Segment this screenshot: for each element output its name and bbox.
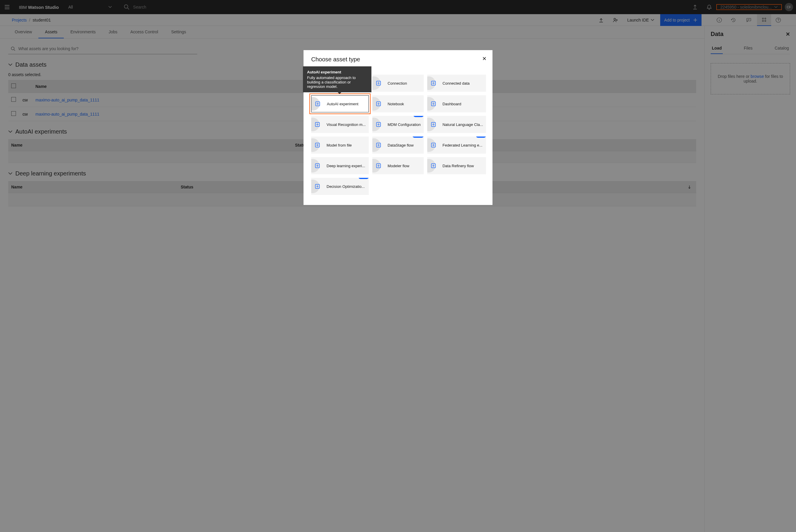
asset-card-dashboard[interactable]: Dashboard [427,95,486,112]
badge-beta: BETA [413,136,424,138]
asset-type-icon [311,116,324,133]
badge-new: NEW [413,116,424,117]
asset-card-label: Visual Recognition m... [327,122,366,127]
asset-type-icon [311,136,324,154]
asset-type-icon [311,95,324,112]
modal-overlay: Choose asset type ✕ Connection Connected… [0,0,796,532]
asset-type-icon [427,75,440,92]
asset-type-icon [427,116,440,133]
asset-card-connected-data[interactable]: Connected data [427,75,486,92]
asset-card-label: Natural Language Cla... [442,122,483,127]
asset-card-label: Connected data [442,81,470,86]
asset-type-icon [427,157,440,174]
asset-type-icon [311,157,324,174]
asset-card-label: DataStage flow [388,143,414,148]
asset-type-grid: Connection Connected data AutoAI experim… [311,75,485,195]
asset-card-modeler-flow[interactable]: Modeler flow [372,157,424,174]
asset-card-label: AutoAI experiment [327,102,358,106]
asset-type-icon [427,95,440,112]
tooltip: AutoAI experimentFully automated approac… [303,66,372,92]
asset-type-icon [311,178,324,195]
asset-type-icon [372,136,385,154]
asset-card-connection[interactable]: Connection [372,75,424,92]
asset-card-natural-language-cla[interactable]: Natural Language Cla... [427,116,486,133]
asset-card-label: MDM Configuration [388,122,421,127]
asset-card-label: Notebook [388,102,404,106]
asset-card-label: Deep learning experi... [327,164,365,168]
close-icon[interactable]: ✕ [482,55,487,62]
asset-card-notebook[interactable]: Notebook [372,95,424,112]
choose-asset-modal: Choose asset type ✕ Connection Connected… [304,50,492,205]
asset-card-label: Modeler flow [388,164,410,168]
asset-card-datastage-flow[interactable]: DataStage flowBETA [372,136,424,154]
asset-type-icon [427,136,440,154]
asset-card-label: Federated Learning e... [442,143,483,148]
asset-type-icon [372,157,385,174]
asset-card-data-refinery-flow[interactable]: Data Refinery flow [427,157,486,174]
asset-card-label: Decision Optimizatio... [327,184,365,189]
asset-card-decision-optimizatio[interactable]: Decision Optimizatio...NEW [311,178,369,195]
asset-card-label: Connection [388,81,407,86]
asset-card-model-from-file[interactable]: Model from file [311,136,369,154]
badge-new: NEW [476,136,486,138]
asset-type-icon [372,116,385,133]
asset-card-label: Data Refinery flow [442,164,474,168]
asset-card-federated-learning-e[interactable]: Federated Learning e...NEW [427,136,486,154]
asset-card-autoai-experiment[interactable]: AutoAI experiment [311,95,369,112]
asset-card-label: Dashboard [442,102,462,106]
asset-type-icon [372,75,385,92]
asset-card-label: Model from file [327,143,351,148]
asset-card-visual-recognition-m[interactable]: Visual Recognition m... [311,116,369,133]
asset-type-icon [372,95,385,112]
asset-card-deep-learning-experi[interactable]: Deep learning experi... [311,157,369,174]
badge-new: NEW [358,178,369,179]
modal-title: Choose asset type [311,56,485,63]
asset-card-mdm-configuration[interactable]: MDM ConfigurationNEW [372,116,424,133]
